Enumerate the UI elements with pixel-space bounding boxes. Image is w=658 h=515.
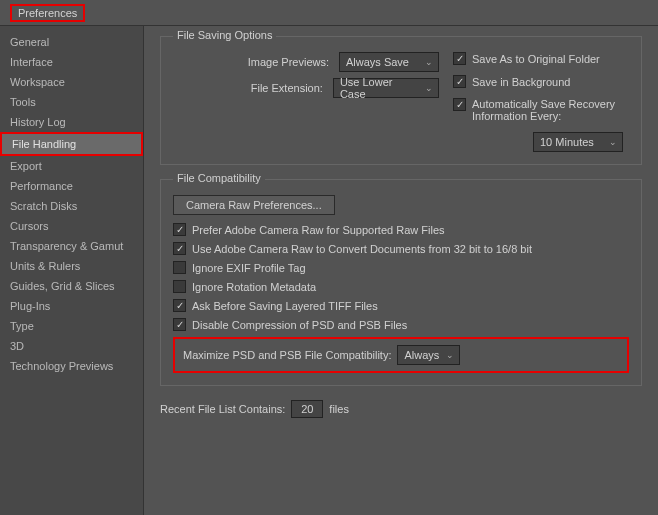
ignore-exif-label: Ignore EXIF Profile Tag [192,262,306,274]
save-background-label: Save in Background [472,76,570,88]
chevron-down-icon: ⌄ [425,83,433,93]
file-compatibility-group: File Compatibility Camera Raw Preference… [160,179,642,386]
sidebar-item-file-handling[interactable]: File Handling [0,132,143,156]
sidebar-item-scratch-disks[interactable]: Scratch Disks [0,196,143,216]
image-previews-select[interactable]: Always Save ⌄ [339,52,439,72]
maximize-compat-label: Maximize PSD and PSB File Compatibility: [183,349,391,361]
use-adobe-raw-convert-label: Use Adobe Camera Raw to Convert Document… [192,243,532,255]
sidebar-item-general[interactable]: General [0,32,143,52]
maximize-compat-highlight: Maximize PSD and PSB File Compatibility:… [173,337,629,373]
file-compatibility-title: File Compatibility [173,172,265,184]
main-area: GeneralInterfaceWorkspaceToolsHistory Lo… [0,26,658,515]
sidebar-item-transparency-gamut[interactable]: Transparency & Gamut [0,236,143,256]
sidebar: GeneralInterfaceWorkspaceToolsHistory Lo… [0,26,144,515]
ask-tiff-checkbox[interactable] [173,299,186,312]
recent-files-row: Recent File List Contains: files [160,400,642,418]
sidebar-item-3d[interactable]: 3D [0,336,143,356]
sidebar-item-technology-previews[interactable]: Technology Previews [0,356,143,376]
recent-files-input[interactable] [291,400,323,418]
title-bar: Preferences [0,0,658,26]
content-panel: File Saving Options Image Previews: Alwa… [144,26,658,515]
sidebar-item-export[interactable]: Export [0,156,143,176]
file-extension-select[interactable]: Use Lower Case ⌄ [333,78,439,98]
save-background-checkbox[interactable] [453,75,466,88]
save-original-folder-label: Save As to Original Folder [472,53,600,65]
maximize-compat-select[interactable]: Always ⌄ [397,345,460,365]
ignore-exif-checkbox[interactable] [173,261,186,274]
sidebar-item-type[interactable]: Type [0,316,143,336]
prefer-adobe-raw-label: Prefer Adobe Camera Raw for Supported Ra… [192,224,445,236]
sidebar-item-units-rulers[interactable]: Units & Rulers [0,256,143,276]
auto-save-recovery-label: Automatically Save Recovery Information … [472,98,629,122]
sidebar-item-guides-grid-slices[interactable]: Guides, Grid & Slices [0,276,143,296]
auto-save-recovery-checkbox[interactable] [453,98,466,111]
chevron-down-icon: ⌄ [425,57,433,67]
file-saving-left-column: Image Previews: Always Save ⌄ File Exten… [173,52,439,152]
use-adobe-raw-convert-checkbox[interactable] [173,242,186,255]
sidebar-item-history-log[interactable]: History Log [0,112,143,132]
disable-compression-checkbox[interactable] [173,318,186,331]
chevron-down-icon: ⌄ [446,350,454,360]
chevron-down-icon: ⌄ [609,137,617,147]
prefer-adobe-raw-checkbox[interactable] [173,223,186,236]
ask-tiff-label: Ask Before Saving Layered TIFF Files [192,300,378,312]
image-previews-label: Image Previews: [173,56,333,68]
sidebar-item-interface[interactable]: Interface [0,52,143,72]
file-saving-group: File Saving Options Image Previews: Alwa… [160,36,642,165]
recovery-interval-select[interactable]: 10 Minutes ⌄ [533,132,623,152]
recent-files-label: Recent File List Contains: [160,403,285,415]
sidebar-item-plug-ins[interactable]: Plug-Ins [0,296,143,316]
ignore-rotation-label: Ignore Rotation Metadata [192,281,316,293]
camera-raw-preferences-button[interactable]: Camera Raw Preferences... [173,195,335,215]
sidebar-item-cursors[interactable]: Cursors [0,216,143,236]
sidebar-item-tools[interactable]: Tools [0,92,143,112]
window-title: Preferences [10,4,85,22]
sidebar-item-workspace[interactable]: Workspace [0,72,143,92]
file-saving-title: File Saving Options [173,29,276,41]
save-original-folder-checkbox[interactable] [453,52,466,65]
sidebar-item-performance[interactable]: Performance [0,176,143,196]
recent-files-suffix: files [329,403,349,415]
ignore-rotation-checkbox[interactable] [173,280,186,293]
file-extension-label: File Extension: [173,82,327,94]
disable-compression-label: Disable Compression of PSD and PSB Files [192,319,407,331]
file-saving-right-column: Save As to Original Folder Save in Backg… [453,52,629,152]
